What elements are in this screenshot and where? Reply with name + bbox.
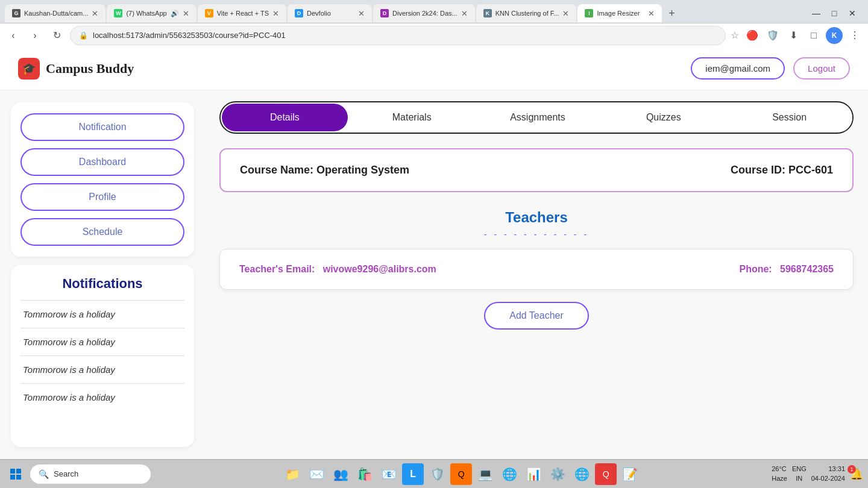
notifications-heading: Notifications — [20, 276, 184, 292]
tab-bar: G Kaushan-Dutta/cam... ✕ W (7) WhatsApp … — [0, 0, 868, 23]
course-tabs: Details Materials Assignments Quizzes Se… — [219, 101, 854, 134]
tab-title: Devfolio — [307, 10, 354, 17]
teachers-heading: Teachers — [219, 209, 854, 226]
tab-close-button[interactable]: ✕ — [562, 9, 569, 18]
taskbar-chrome[interactable]: 🌐 — [498, 463, 520, 485]
minimize-button[interactable]: — — [810, 8, 822, 18]
new-tab-button[interactable]: + — [663, 5, 680, 22]
main-layout: Notification Dashboard Profile Schedule … — [0, 90, 868, 459]
sidebar-item-notification[interactable]: Notification — [20, 113, 184, 141]
taskbar-app2[interactable]: Q — [450, 463, 472, 485]
tab-details[interactable]: Details — [222, 104, 348, 131]
notifications-list: Tommorow is a holidayTommorow is a holid… — [20, 300, 184, 411]
teacher-phone-value: 5968742365 — [780, 264, 834, 274]
tab-title: Diversion 2k24: Das... — [392, 10, 458, 17]
taskbar-apps: 📁 ✉️ 👥 🛍️ 📧 L 🛡️ Q 💻 🌐 📊 ⚙️ 🌐 Q 📝 — [154, 463, 768, 485]
taskbar-chrome2[interactable]: 🌐 — [571, 463, 593, 485]
sidebar-item-dashboard[interactable]: Dashboard — [20, 148, 184, 176]
sidebar-item-profile[interactable]: Profile — [20, 183, 184, 211]
tab-title: Kaushan-Dutta/cam... — [24, 10, 88, 17]
teacher-email-label: Teacher's Email: — [239, 264, 315, 274]
svg-rect-1 — [16, 469, 21, 474]
tab-close-button[interactable]: ✕ — [272, 9, 279, 18]
taskbar-store[interactable]: 🛍️ — [354, 463, 376, 485]
reload-button[interactable]: ↻ — [48, 27, 65, 44]
maximize-button[interactable]: □ — [828, 8, 840, 18]
sidebar-item-schedule[interactable]: Schedule — [20, 218, 184, 246]
taskbar-app3[interactable]: Q — [595, 463, 617, 485]
tab-title: Vite + React + TS — [217, 10, 269, 17]
add-teacher-button[interactable]: Add Teacher — [484, 302, 589, 330]
browser-tab-tab1[interactable]: G Kaushan-Dutta/cam... ✕ — [5, 4, 105, 22]
tab-assignments[interactable]: Assignments — [475, 104, 601, 131]
browser-tab-tab4[interactable]: D Devfolio ✕ — [288, 4, 372, 22]
start-button[interactable] — [5, 463, 27, 485]
svg-rect-3 — [16, 475, 21, 480]
tab-title: (7) WhatsApp — [126, 10, 166, 17]
taskbar-app-l[interactable]: L — [402, 463, 424, 485]
taskbar-search[interactable]: 🔍 Search — [30, 465, 151, 484]
date-display: 04-02-2024 — [811, 474, 845, 483]
taskbar: 🔍 Search 📁 ✉️ 👥 🛍️ 📧 L 🛡️ Q 💻 🌐 📊 ⚙️ 🌐 Q… — [0, 459, 868, 488]
teacher-phone-label: Phone: — [739, 264, 772, 274]
browser-tab-tab6[interactable]: K KNN Clustering of F... ✕ — [476, 4, 577, 22]
notification-bell[interactable]: 🔔 1 — [850, 468, 863, 481]
sidebar-nav: Notification Dashboard Profile Schedule — [11, 102, 194, 257]
tab-title: KNN Clustering of F... — [495, 10, 559, 17]
browser-tab-tab2[interactable]: W (7) WhatsApp 🔊 ✕ — [107, 4, 196, 22]
extension-1[interactable]: 🔴 — [744, 27, 761, 44]
taskbar-notepad[interactable]: 📝 — [619, 463, 641, 485]
browser-window: G Kaushan-Dutta/cam... ✕ W (7) WhatsApp … — [0, 0, 868, 488]
tab-close-button[interactable]: ✕ — [461, 9, 468, 18]
browser-tab-tab7[interactable]: I Image Resizer ✕ — [577, 4, 662, 22]
close-button[interactable]: ✕ — [846, 8, 858, 18]
taskbar-mail2[interactable]: 📧 — [378, 463, 400, 485]
tab-materials[interactable]: Materials — [349, 104, 475, 131]
taskbar-file-explorer[interactable]: 📁 — [281, 463, 303, 485]
taskbar-mail[interactable]: ✉️ — [306, 463, 327, 485]
menu-button[interactable]: ⋮ — [846, 27, 863, 44]
profile-avatar[interactable]: K — [826, 27, 843, 44]
extension-2[interactable]: 🛡️ — [764, 27, 781, 44]
tab-close-button[interactable]: ✕ — [648, 9, 655, 18]
weather-temp: 26°C — [772, 465, 787, 474]
teacher-email: Teacher's Email: wivowe9296@alibrs.com — [239, 264, 436, 275]
search-label: Search — [54, 469, 78, 478]
tab-favicon: I — [585, 9, 593, 17]
forward-button[interactable]: › — [27, 27, 43, 44]
taskbar-vpn[interactable]: 🛡️ — [426, 463, 448, 485]
header-right: iem@gmail.com Logout — [691, 57, 850, 80]
app-container: 🎓 Campus Buddy iem@gmail.com Logout Noti… — [0, 47, 868, 488]
back-button[interactable]: ‹ — [5, 27, 22, 44]
taskbar-dots[interactable]: ⚙️ — [547, 463, 568, 485]
browser-tab-tab5[interactable]: D Diversion 2k24: Das... ✕ — [373, 4, 475, 22]
teachers-divider: - - - - - - - - - - - — [219, 230, 854, 239]
tab-favicon: D — [380, 9, 389, 17]
browser-tab-tab3[interactable]: V Vite + React + TS ✕ — [198, 4, 286, 22]
tab-title: Image Resizer — [597, 10, 644, 17]
main-content: Details Materials Assignments Quizzes Se… — [205, 90, 868, 459]
logout-button[interactable]: Logout — [793, 57, 850, 80]
tab-quizzes[interactable]: Quizzes — [600, 104, 726, 131]
email-badge: iem@gmail.com — [691, 57, 785, 80]
taskbar-vscode[interactable]: 💻 — [474, 463, 496, 485]
url-input[interactable]: 🔒 localhost:5173/admin/5563253503/course… — [70, 26, 726, 45]
tab-favicon: W — [114, 9, 122, 17]
tab-close-button[interactable]: ✕ — [183, 9, 189, 18]
extension-4[interactable]: □ — [805, 27, 822, 44]
audio-icon: 🔊 — [171, 10, 179, 17]
taskbar-powerpoint[interactable]: 📊 — [523, 463, 544, 485]
svg-rect-2 — [10, 475, 15, 480]
tab-session[interactable]: Session — [726, 104, 852, 131]
notification-item: Tommorow is a holiday — [20, 355, 184, 383]
teacher-email-value: wivowe9296@alibrs.com — [323, 264, 436, 274]
taskbar-right: 26°C Haze ENG IN 13:31 04-02-2024 🔔 1 — [772, 465, 863, 483]
bookmark-icon[interactable]: ☆ — [731, 30, 739, 41]
browser-extension-icons: 🔴 🛡️ ⬇ □ K ⋮ — [744, 27, 863, 44]
tab-close-button[interactable]: ✕ — [358, 9, 365, 18]
taskbar-teams[interactable]: 👥 — [330, 463, 351, 485]
notifications-panel: Notifications Tommorow is a holidayTommo… — [11, 265, 194, 447]
tab-close-button[interactable]: ✕ — [92, 9, 98, 18]
extension-3[interactable]: ⬇ — [785, 27, 802, 44]
weather-info: 26°C Haze — [772, 465, 787, 483]
